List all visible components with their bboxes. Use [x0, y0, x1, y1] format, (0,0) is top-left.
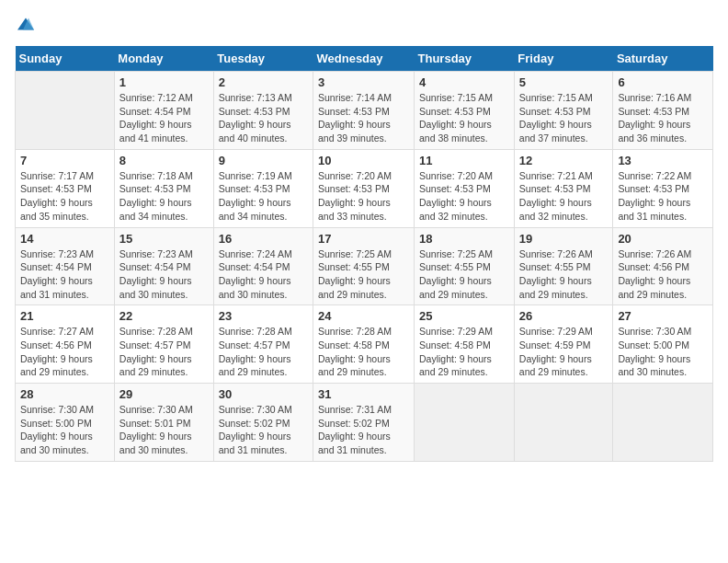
day-info: Sunrise: 7:23 AM Sunset: 4:54 PM Dayligh… [119, 247, 209, 302]
calendar-cell: 30Sunrise: 7:30 AM Sunset: 5:02 PM Dayli… [213, 384, 313, 462]
calendar-cell: 3Sunrise: 7:14 AM Sunset: 4:53 PM Daylig… [313, 72, 415, 150]
header-friday: Friday [514, 46, 613, 72]
day-info: Sunrise: 7:28 AM Sunset: 4:58 PM Dayligh… [318, 325, 409, 379]
day-info: Sunrise: 7:14 AM Sunset: 4:53 PM Dayligh… [318, 91, 409, 145]
header-thursday: Thursday [415, 46, 515, 72]
header-tuesday: Tuesday [213, 46, 313, 72]
page-header [15, 15, 713, 37]
day-number: 17 [318, 232, 409, 246]
day-number: 20 [618, 232, 708, 246]
day-info: Sunrise: 7:21 AM Sunset: 4:53 PM Dayligh… [519, 169, 609, 224]
day-info: Sunrise: 7:27 AM Sunset: 4:56 PM Dayligh… [20, 325, 109, 379]
calendar-cell: 6Sunrise: 7:16 AM Sunset: 4:53 PM Daylig… [613, 72, 713, 150]
day-info: Sunrise: 7:22 AM Sunset: 4:53 PM Dayligh… [618, 169, 708, 224]
logo-icon [17, 15, 35, 33]
calendar-cell: 17Sunrise: 7:25 AM Sunset: 4:55 PM Dayli… [313, 227, 415, 305]
day-number: 11 [419, 154, 509, 167]
day-number: 31 [318, 387, 409, 401]
day-info: Sunrise: 7:12 AM Sunset: 4:54 PM Dayligh… [119, 91, 209, 145]
calendar-week-row: 28Sunrise: 7:30 AM Sunset: 5:00 PM Dayli… [16, 384, 713, 462]
calendar-cell: 20Sunrise: 7:26 AM Sunset: 4:56 PM Dayli… [613, 227, 713, 305]
day-number: 14 [20, 232, 109, 246]
header-monday: Monday [114, 46, 213, 72]
day-number: 25 [419, 309, 509, 323]
day-number: 26 [519, 309, 609, 323]
day-number: 2 [219, 75, 308, 89]
day-info: Sunrise: 7:25 AM Sunset: 4:55 PM Dayligh… [419, 247, 509, 302]
day-number: 19 [519, 232, 609, 246]
day-number: 15 [119, 232, 209, 246]
calendar-cell [613, 384, 713, 462]
calendar-table: SundayMondayTuesdayWednesdayThursdayFrid… [15, 46, 713, 462]
calendar-cell [514, 384, 613, 462]
day-info: Sunrise: 7:30 AM Sunset: 5:01 PM Dayligh… [119, 403, 209, 457]
calendar-week-row: 21Sunrise: 7:27 AM Sunset: 4:56 PM Dayli… [16, 305, 713, 384]
calendar-cell: 7Sunrise: 7:17 AM Sunset: 4:53 PM Daylig… [16, 149, 115, 227]
calendar-cell: 22Sunrise: 7:28 AM Sunset: 4:57 PM Dayli… [114, 305, 213, 384]
header-wednesday: Wednesday [313, 46, 415, 72]
day-number: 29 [119, 387, 209, 401]
day-number: 22 [119, 309, 209, 323]
day-info: Sunrise: 7:28 AM Sunset: 4:57 PM Dayligh… [119, 325, 209, 379]
day-info: Sunrise: 7:24 AM Sunset: 4:54 PM Dayligh… [219, 247, 308, 302]
day-info: Sunrise: 7:16 AM Sunset: 4:53 PM Dayligh… [618, 91, 708, 145]
header-sunday: Sunday [16, 46, 115, 72]
logo [15, 15, 35, 37]
day-info: Sunrise: 7:31 AM Sunset: 5:02 PM Dayligh… [318, 403, 409, 457]
day-info: Sunrise: 7:20 AM Sunset: 4:53 PM Dayligh… [419, 169, 509, 224]
day-info: Sunrise: 7:17 AM Sunset: 4:53 PM Dayligh… [20, 169, 109, 224]
calendar-week-row: 7Sunrise: 7:17 AM Sunset: 4:53 PM Daylig… [16, 149, 713, 227]
calendar-cell: 4Sunrise: 7:15 AM Sunset: 4:53 PM Daylig… [415, 72, 515, 150]
calendar-cell: 12Sunrise: 7:21 AM Sunset: 4:53 PM Dayli… [514, 149, 613, 227]
calendar-cell: 25Sunrise: 7:29 AM Sunset: 4:58 PM Dayli… [415, 305, 515, 384]
day-number: 28 [20, 387, 109, 401]
calendar-cell: 26Sunrise: 7:29 AM Sunset: 4:59 PM Dayli… [514, 305, 613, 384]
day-info: Sunrise: 7:30 AM Sunset: 5:00 PM Dayligh… [20, 403, 109, 457]
calendar-cell: 9Sunrise: 7:19 AM Sunset: 4:53 PM Daylig… [213, 149, 313, 227]
calendar-cell: 15Sunrise: 7:23 AM Sunset: 4:54 PM Dayli… [114, 227, 213, 305]
day-info: Sunrise: 7:26 AM Sunset: 4:56 PM Dayligh… [618, 247, 708, 302]
calendar-cell: 11Sunrise: 7:20 AM Sunset: 4:53 PM Dayli… [415, 149, 515, 227]
day-number: 9 [219, 154, 308, 167]
calendar-cell: 10Sunrise: 7:20 AM Sunset: 4:53 PM Dayli… [313, 149, 415, 227]
day-number: 1 [119, 75, 209, 89]
day-info: Sunrise: 7:30 AM Sunset: 5:00 PM Dayligh… [618, 325, 708, 379]
day-info: Sunrise: 7:15 AM Sunset: 4:53 PM Dayligh… [519, 91, 609, 145]
day-number: 7 [20, 154, 109, 167]
day-info: Sunrise: 7:28 AM Sunset: 4:57 PM Dayligh… [219, 325, 308, 379]
calendar-cell: 5Sunrise: 7:15 AM Sunset: 4:53 PM Daylig… [514, 72, 613, 150]
day-number: 12 [519, 154, 609, 167]
day-number: 16 [219, 232, 308, 246]
calendar-cell: 31Sunrise: 7:31 AM Sunset: 5:02 PM Dayli… [313, 384, 415, 462]
day-info: Sunrise: 7:29 AM Sunset: 4:58 PM Dayligh… [419, 325, 509, 379]
calendar-cell: 28Sunrise: 7:30 AM Sunset: 5:00 PM Dayli… [16, 384, 115, 462]
day-info: Sunrise: 7:13 AM Sunset: 4:53 PM Dayligh… [219, 91, 308, 145]
calendar-cell: 8Sunrise: 7:18 AM Sunset: 4:53 PM Daylig… [114, 149, 213, 227]
day-number: 18 [419, 232, 509, 246]
calendar-cell [415, 384, 515, 462]
calendar-cell: 27Sunrise: 7:30 AM Sunset: 5:00 PM Dayli… [613, 305, 713, 384]
calendar-cell: 2Sunrise: 7:13 AM Sunset: 4:53 PM Daylig… [213, 72, 313, 150]
day-number: 5 [519, 75, 609, 89]
calendar-cell: 19Sunrise: 7:26 AM Sunset: 4:55 PM Dayli… [514, 227, 613, 305]
calendar-cell: 13Sunrise: 7:22 AM Sunset: 4:53 PM Dayli… [613, 149, 713, 227]
day-number: 24 [318, 309, 409, 323]
day-number: 27 [618, 309, 708, 323]
calendar-cell: 18Sunrise: 7:25 AM Sunset: 4:55 PM Dayli… [415, 227, 515, 305]
day-number: 10 [318, 154, 409, 167]
day-info: Sunrise: 7:30 AM Sunset: 5:02 PM Dayligh… [219, 403, 308, 457]
calendar-cell: 24Sunrise: 7:28 AM Sunset: 4:58 PM Dayli… [313, 305, 415, 384]
calendar-cell: 21Sunrise: 7:27 AM Sunset: 4:56 PM Dayli… [16, 305, 115, 384]
day-info: Sunrise: 7:19 AM Sunset: 4:53 PM Dayligh… [219, 169, 308, 224]
day-info: Sunrise: 7:15 AM Sunset: 4:53 PM Dayligh… [419, 91, 509, 145]
calendar-week-row: 14Sunrise: 7:23 AM Sunset: 4:54 PM Dayli… [16, 227, 713, 305]
day-info: Sunrise: 7:26 AM Sunset: 4:55 PM Dayligh… [519, 247, 609, 302]
calendar-cell: 1Sunrise: 7:12 AM Sunset: 4:54 PM Daylig… [114, 72, 213, 150]
day-info: Sunrise: 7:23 AM Sunset: 4:54 PM Dayligh… [20, 247, 109, 302]
day-info: Sunrise: 7:29 AM Sunset: 4:59 PM Dayligh… [519, 325, 609, 379]
header-saturday: Saturday [613, 46, 713, 72]
calendar-cell: 23Sunrise: 7:28 AM Sunset: 4:57 PM Dayli… [213, 305, 313, 384]
day-info: Sunrise: 7:20 AM Sunset: 4:53 PM Dayligh… [318, 169, 409, 224]
day-number: 8 [119, 154, 209, 167]
day-info: Sunrise: 7:18 AM Sunset: 4:53 PM Dayligh… [119, 169, 209, 224]
